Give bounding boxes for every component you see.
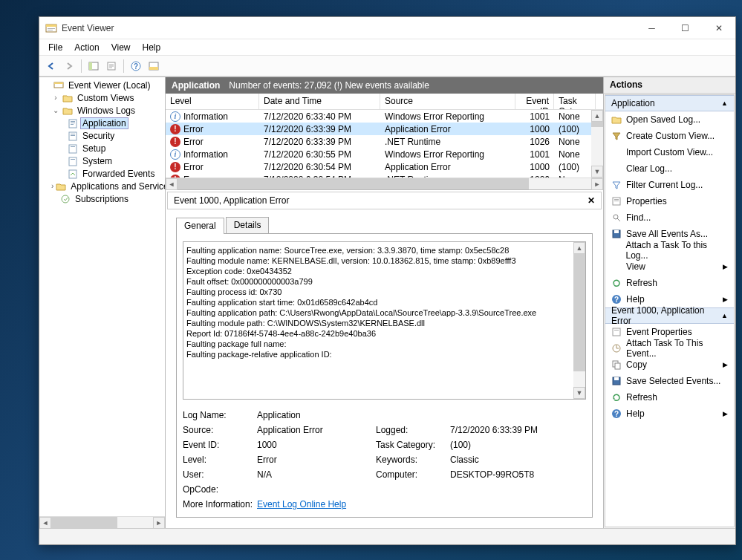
event-row[interactable]: iInformation7/12/2020 6:30:55 PMWindows … [166,148,603,160]
menu-file[interactable]: File [42,41,68,54]
action-filter-current-log[interactable]: Filter Current Log... [605,177,734,193]
back-button[interactable] [44,59,59,74]
svg-rect-10 [149,67,158,70]
menu-action[interactable]: Action [68,41,105,54]
tree-horizontal-scrollbar[interactable]: ◄ ► [39,516,165,528]
tree-pane: Event Viewer (Local) ›Custom Views ⌄Wind… [39,77,166,528]
actions-section-event[interactable]: Event 1000, Application Error▲ [605,307,734,324]
event-row[interactable]: !Error7/12/2020 6:33:39 PM.NET Runtime10… [166,135,603,148]
description-scrollbar[interactable]: ▲ ▼ [573,242,585,399]
list-horizontal-scrollbar[interactable]: ◄ ► [166,178,603,189]
navigation-tree[interactable]: Event Viewer (Local) ›Custom Views ⌄Wind… [39,77,165,516]
tree-subscriptions[interactable]: Subscriptions [73,193,131,205]
svg-rect-5 [89,62,92,70]
chevron-right-icon: ▶ [723,263,728,270]
col-source[interactable]: Source [380,94,515,109]
app-icon [45,22,57,34]
col-task-category[interactable]: Task Cate [554,94,596,109]
action-save-selected[interactable]: Save Selected Events... [605,373,734,389]
scroll-down-icon[interactable]: ▼ [573,387,585,399]
action-properties[interactable]: Properties [605,193,734,209]
tree-system[interactable]: System [80,155,114,167]
log-icon [68,156,78,166]
content-pane: Application Number of events: 27,092 (!)… [166,77,604,528]
scroll-up-icon[interactable]: ▲ [573,242,585,254]
export-button[interactable] [104,59,119,74]
event-row[interactable]: iInformation7/12/2020 6:33:40 PMWindows … [166,110,603,123]
action-attach-task-log[interactable]: Attach a Task To this Log... [605,242,734,258]
actions-section-application[interactable]: Application▲ [605,95,734,111]
forward-button[interactable] [62,59,77,74]
eventid-label: Event ID: [183,440,257,450]
scroll-left-icon[interactable]: ◄ [166,178,178,190]
action-help-2[interactable]: ?Help▶ [605,406,734,422]
svg-text:?: ? [134,62,138,71]
action-attach-task-event[interactable]: Attach Task To This Event... [605,340,734,356]
event-row[interactable]: !Error7/12/2020 6:33:39 PMApplication Er… [166,123,603,135]
actions-pane: Actions Application▲ Open Saved Log... C… [604,77,735,528]
tree-root[interactable]: Event Viewer (Local) [66,79,153,91]
tab-general[interactable]: General [176,218,224,234]
tree-custom-views[interactable]: Custom Views [75,92,136,104]
action-clear-log[interactable]: Clear Log... [605,160,734,177]
action-open-saved-log[interactable]: Open Saved Log... [605,111,734,128]
tree-setup[interactable]: Setup [80,143,108,154]
event-row[interactable]: !Error7/12/2020 6:30:54 PMApplication Er… [166,160,603,173]
show-hide-tree-button[interactable] [86,59,101,74]
action-refresh[interactable]: Refresh [605,275,734,291]
action-refresh-2[interactable]: Refresh [605,389,734,406]
tree-application[interactable]: Application [80,117,128,129]
taskcat-value: (100) [450,440,584,450]
content-title: Application [172,80,220,91]
expand-icon[interactable]: › [51,182,53,190]
titlebar[interactable]: Event Viewer ─ ☐ ✕ [39,17,735,39]
scroll-down-icon[interactable]: ▼ [591,166,603,178]
expand-icon[interactable]: › [51,94,60,102]
row-task-category: (100) [554,162,596,172]
log-icon [68,169,78,179]
tree-security[interactable]: Security [80,130,117,142]
close-button[interactable]: ✕ [702,17,735,39]
svg-rect-32 [614,230,619,233]
menu-view[interactable]: View [105,41,137,54]
preview-pane-button[interactable] [146,59,161,74]
col-date[interactable]: Date and Time [259,94,380,109]
keywords-value: Classic [450,455,584,465]
action-find[interactable]: Find... [605,209,734,226]
row-event-id: 1000 [515,124,554,134]
row-source: Windows Error Reporting [380,149,515,160]
error-icon: ! [170,124,180,134]
toolbar: ? [39,56,735,76]
action-copy-submenu[interactable]: Copy▶ [605,356,734,373]
tree-windows-logs[interactable]: Windows Logs [75,105,137,117]
help-button[interactable]: ? [128,59,143,74]
folder-icon [62,93,73,103]
action-import-custom-view[interactable]: Import Custom View... [605,144,734,160]
maximize-button[interactable]: ☐ [668,17,702,39]
scroll-right-icon[interactable]: ► [591,178,603,190]
tree-forwarded[interactable]: Forwarded Events [80,168,157,180]
svg-rect-13 [69,120,77,128]
tree-apps-services[interactable]: Applications and Services Lo [68,180,165,192]
help-icon: ? [611,408,622,419]
properties-icon [611,327,622,337]
col-level[interactable]: Level [166,94,259,109]
collapse-icon[interactable]: ⌄ [51,106,60,114]
col-event-id[interactable]: Event ID [515,94,554,109]
scroll-left-icon[interactable]: ◄ [39,517,51,529]
menu-help[interactable]: Help [137,41,167,54]
row-source: Windows Error Reporting [380,111,515,122]
action-create-custom-view[interactable]: Create Custom View... [605,128,734,144]
detail-close-button[interactable]: ✕ [588,195,595,206]
computer-icon [53,80,64,91]
svg-rect-15 [71,123,75,123]
scroll-up-icon[interactable]: ▲ [591,110,603,122]
info-icon: i [170,149,180,160]
description-text[interactable]: Faulting application name: SourceTree.ex… [186,245,570,396]
tab-details[interactable]: Details [226,217,270,233]
list-vertical-scrollbar[interactable]: ▲ ▼ [591,110,603,178]
scroll-right-icon[interactable]: ► [153,517,165,529]
action-view-submenu[interactable]: View▶ [605,258,734,275]
more-info-link[interactable]: Event Log Online Help [257,499,346,509]
minimize-button[interactable]: ─ [635,17,668,39]
